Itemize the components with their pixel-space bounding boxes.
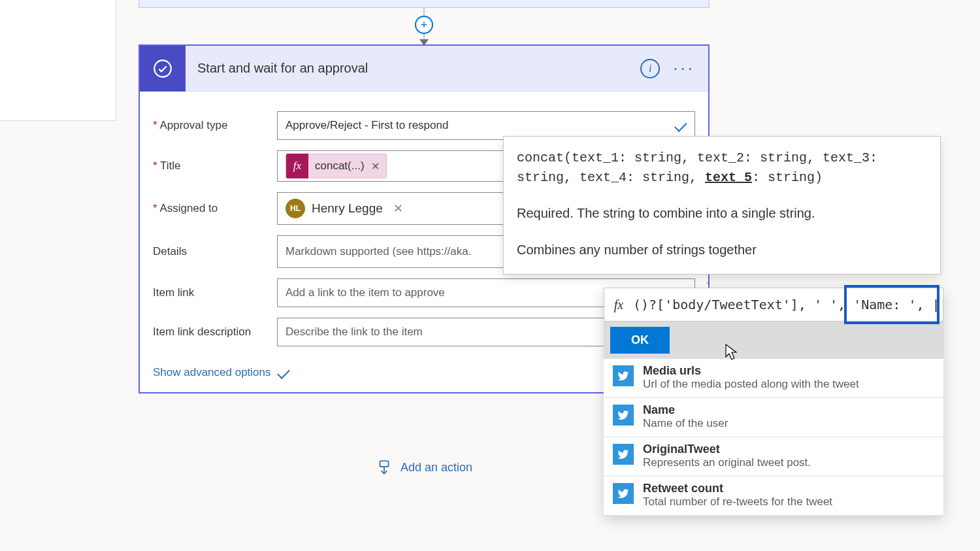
more-menu-icon[interactable]: ···	[673, 58, 695, 78]
person-chip[interactable]: HL Henry Legge ✕	[286, 199, 403, 218]
details-label: Details	[153, 245, 277, 258]
assigned-to-label: Assigned to	[153, 202, 277, 215]
previous-card-fragment	[0, 0, 116, 121]
item-link-label: Item link	[153, 286, 277, 299]
previous-step-sliver	[139, 0, 710, 8]
expression-panel: fx ()?['body/TweetText'], ' ', 'Name: ',…	[604, 288, 943, 516]
dynamic-item-retweet-count[interactable]: Retweet count Total number of re-tweets …	[604, 476, 943, 516]
ok-button[interactable]: OK	[610, 327, 670, 354]
dynamic-item-media-urls[interactable]: Media urls Url of the media posted along…	[604, 359, 943, 398]
expression-token[interactable]: fx concat(...) ✕	[286, 154, 387, 178]
approval-icon	[140, 46, 186, 92]
step-title: Start and wait for an approval	[186, 61, 640, 76]
twitter-icon	[613, 483, 634, 504]
show-advanced-toggle[interactable]: Show advanced options	[153, 366, 289, 379]
flow-connector: +	[119, 8, 729, 44]
add-action-icon	[376, 459, 393, 476]
function-signature-tooltip: concat(text_1: string, text_2: string, t…	[503, 136, 941, 275]
token-label: concat(...)	[315, 159, 365, 173]
fx-icon: fx	[604, 297, 633, 312]
approval-type-label: Approval type	[153, 119, 277, 132]
twitter-icon	[613, 444, 634, 465]
details-placeholder: Markdown supported (see https://aka.	[286, 245, 471, 258]
item-link-placeholder: Add a link to the item to approve	[286, 286, 445, 299]
dynamic-item-name[interactable]: Name Name of the user	[604, 398, 943, 437]
item-link-desc-placeholder: Describe the link to the item	[286, 326, 423, 339]
avatar: HL	[286, 199, 305, 218]
dynamic-item-originaltweet[interactable]: OriginalTweet Represents an original twe…	[604, 437, 943, 476]
twitter-icon	[613, 365, 634, 386]
item-link-desc-label: Item link description	[153, 326, 277, 339]
step-header[interactable]: Start and wait for an approval i ···	[140, 46, 708, 92]
expression-input[interactable]: fx ()?['body/TweetText'], ' ', 'Name: ',…	[604, 288, 943, 322]
dynamic-content-list: Media urls Url of the media posted along…	[604, 359, 943, 516]
connector-arrow	[419, 39, 429, 46]
chevron-down-icon	[674, 119, 687, 132]
expression-text: ()?['body/TweetText'], ' ', 'Name: ', |	[633, 297, 943, 312]
add-step-button[interactable]: +	[415, 16, 433, 34]
chevron-down-icon	[277, 366, 290, 379]
remove-token-icon[interactable]: ✕	[371, 160, 380, 173]
title-label: Title	[153, 159, 277, 173]
twitter-icon	[613, 405, 634, 426]
fx-icon: fx	[286, 154, 308, 178]
svg-rect-1	[380, 461, 388, 467]
approval-type-value: Approve/Reject - First to respond	[286, 119, 448, 132]
remove-person-icon[interactable]: ✕	[393, 201, 403, 216]
info-icon[interactable]: i	[640, 59, 660, 78]
svg-point-0	[154, 60, 171, 77]
person-name: Henry Legge	[312, 201, 383, 216]
